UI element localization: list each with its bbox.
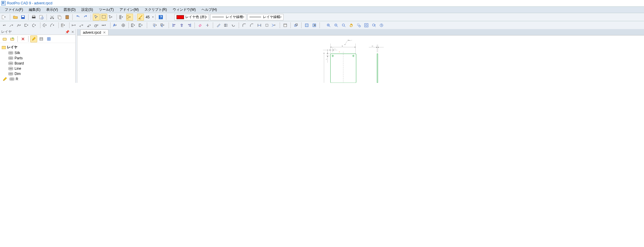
hatch-tool[interactable]: ▾ bbox=[131, 22, 138, 29]
svg-rect-74 bbox=[295, 25, 296, 26]
point-tool[interactable]: ▾ bbox=[1, 22, 8, 29]
svg-rect-50 bbox=[162, 25, 163, 27]
trim-tool[interactable] bbox=[204, 22, 211, 29]
extend-tool[interactable] bbox=[256, 22, 263, 29]
menu-edit[interactable]: 編集(E) bbox=[26, 7, 43, 13]
close-tab-icon[interactable]: ✕ bbox=[103, 31, 106, 35]
document-tab[interactable]: advent.rpcd ✕ bbox=[80, 29, 108, 35]
polyline-tool[interactable]: ▾ bbox=[16, 22, 23, 29]
image-tool[interactable]: ▾ bbox=[138, 22, 145, 29]
break-tool[interactable] bbox=[263, 22, 270, 29]
align-center-tool[interactable] bbox=[178, 22, 185, 29]
svg-point-23 bbox=[43, 24, 45, 27]
layer-props-button[interactable] bbox=[38, 35, 45, 42]
fillet-tool[interactable] bbox=[241, 22, 248, 29]
paste-button[interactable] bbox=[64, 14, 71, 21]
edit-layer-button[interactable] bbox=[30, 35, 37, 42]
offset-tool[interactable] bbox=[215, 22, 222, 29]
print-button[interactable] bbox=[30, 14, 37, 21]
text-tool[interactable]: AB▾ bbox=[112, 22, 119, 29]
block-tool[interactable] bbox=[303, 22, 310, 29]
zoom-fit-button[interactable] bbox=[340, 22, 347, 29]
dim-parallel-tool[interactable]: ▾ bbox=[79, 22, 86, 29]
new-layer-button[interactable] bbox=[1, 35, 8, 42]
redo-button[interactable] bbox=[82, 14, 89, 21]
copy-tool[interactable]: ▾ bbox=[160, 22, 167, 29]
menu-shape[interactable]: 図形(D) bbox=[61, 7, 78, 13]
new-file-button[interactable]: ▾ bbox=[1, 14, 8, 21]
layer-linetype-dropdown[interactable]: レイヤ線種▾ bbox=[210, 14, 246, 20]
line-tool[interactable]: ▾ bbox=[9, 22, 16, 29]
select-tool-button[interactable] bbox=[93, 14, 100, 21]
zoom-prev-button[interactable] bbox=[370, 22, 377, 29]
select-rect-button[interactable] bbox=[100, 14, 107, 21]
canvas-area: advent.rpcd ✕ Dimカラー 58 5 bbox=[77, 29, 644, 83]
zoom-out-button[interactable] bbox=[333, 22, 340, 29]
pin-icon[interactable]: 📌 bbox=[65, 30, 69, 34]
layer-item-dim[interactable]: Dim bbox=[1, 71, 75, 76]
grid-button[interactable]: ▾ bbox=[119, 14, 126, 21]
rotate-tool[interactable] bbox=[230, 22, 237, 29]
cut-button[interactable] bbox=[49, 14, 56, 21]
zoom-in-button[interactable] bbox=[325, 22, 332, 29]
angle-snap-button[interactable] bbox=[137, 14, 144, 21]
layer-linewidth-dropdown[interactable]: レイヤ線幅▾ bbox=[247, 14, 283, 20]
layer-color-dropdown[interactable]: レイヤ色 (赤)▾ bbox=[174, 14, 209, 20]
polygon-tool[interactable]: ▾ bbox=[31, 22, 38, 29]
properties-tool[interactable] bbox=[282, 22, 289, 29]
layer-item-line[interactable]: Line bbox=[1, 66, 75, 71]
delete-layer-button[interactable] bbox=[19, 35, 26, 42]
layer-item-parts[interactable]: Parts bbox=[1, 56, 75, 61]
pan-button[interactable] bbox=[348, 22, 355, 29]
layer-item-silk[interactable]: Silk bbox=[1, 50, 75, 56]
select-mode-button[interactable]: ▾ bbox=[108, 14, 115, 21]
align-left-tool[interactable] bbox=[171, 22, 178, 29]
rect-tool[interactable]: ▾ bbox=[24, 22, 31, 29]
align-right-tool[interactable] bbox=[186, 22, 193, 29]
angle-value[interactable]: 45 bbox=[145, 15, 151, 19]
print-preview-button[interactable] bbox=[38, 14, 45, 21]
menu-help[interactable]: ヘルプ(H) bbox=[199, 7, 219, 13]
move-tool[interactable]: ▾ bbox=[152, 22, 159, 29]
leader-tool[interactable] bbox=[120, 22, 127, 29]
chamfer-tool[interactable] bbox=[248, 22, 255, 29]
layer-table-button[interactable] bbox=[45, 35, 52, 42]
circle-tool[interactable]: ▾ bbox=[42, 22, 49, 29]
close-panel-icon[interactable]: ✕ bbox=[71, 30, 74, 34]
dim-chain-tool[interactable]: ▾ bbox=[101, 22, 108, 29]
undo-button[interactable] bbox=[74, 14, 81, 21]
new-group-button[interactable] bbox=[9, 35, 16, 42]
zoom-realtime-button[interactable] bbox=[378, 22, 385, 29]
menu-window[interactable]: ウィンドウ(W) bbox=[170, 7, 198, 13]
menu-tool[interactable]: ツール(T) bbox=[97, 7, 116, 13]
menu-settings[interactable]: 設定(S) bbox=[79, 7, 95, 13]
menu-file[interactable]: ファイル(F) bbox=[2, 7, 25, 13]
open-file-button[interactable] bbox=[12, 14, 19, 21]
dim-linear-tool[interactable]: ▾ bbox=[71, 22, 78, 29]
arc-tool[interactable]: ▾ bbox=[50, 22, 57, 29]
dim-radius-tool[interactable]: ▾ bbox=[94, 22, 101, 29]
group-tool[interactable] bbox=[292, 22, 299, 29]
help-button[interactable]: ? bbox=[157, 14, 164, 21]
menu-view[interactable]: 表示(V) bbox=[44, 7, 60, 13]
erase-tool[interactable] bbox=[197, 22, 204, 29]
zoom-all-button[interactable] bbox=[363, 22, 370, 29]
menu-script[interactable]: スクリプト(R) bbox=[142, 7, 169, 13]
layer-item-board[interactable]: Board bbox=[1, 61, 75, 66]
zoom-window-button[interactable] bbox=[355, 22, 362, 29]
dim-angle-tool[interactable]: ▾ bbox=[86, 22, 93, 29]
angle-dropdown[interactable]: ▾ bbox=[152, 16, 154, 18]
snap-button[interactable]: ▾ bbox=[126, 14, 133, 21]
menu-addin[interactable]: アドイン(M) bbox=[117, 7, 141, 13]
layer-item-r[interactable]: R bbox=[1, 76, 75, 82]
tree-root[interactable]: レイヤ bbox=[1, 44, 75, 50]
stretch-tool[interactable]: ▾ bbox=[271, 22, 278, 29]
copy-button[interactable] bbox=[56, 14, 63, 21]
save-button[interactable] bbox=[19, 14, 26, 21]
svg-rect-52 bbox=[173, 24, 175, 25]
svg-rect-45 bbox=[139, 24, 141, 27]
mirror-tool[interactable] bbox=[222, 22, 229, 29]
block-insert-tool[interactable]: + bbox=[311, 22, 318, 29]
drawing-canvas[interactable]: Dimカラー 58 5 5 bbox=[77, 35, 644, 83]
layer-list-tool[interactable]: ▾ bbox=[60, 22, 67, 29]
